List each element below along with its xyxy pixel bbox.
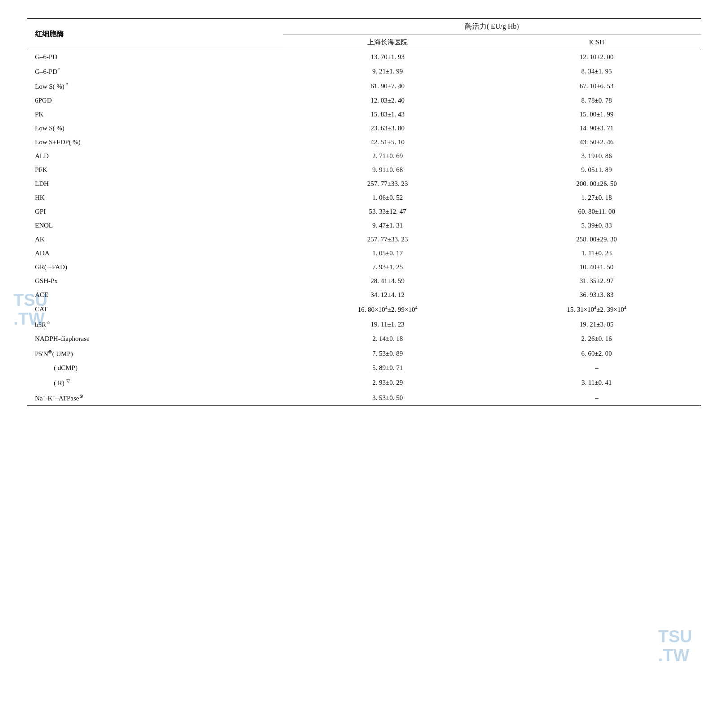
table-row-enzyme: AK: [27, 232, 283, 246]
table-row-enzyme: 6PGD: [27, 94, 283, 108]
table-row-val1: 13. 70±1. 93: [283, 50, 492, 65]
table-row-val1: 257. 77±33. 23: [283, 232, 492, 246]
table-row-enzyme: NADPH-diaphorase: [27, 332, 283, 346]
table-row-val2: 3. 19±0. 86: [492, 149, 701, 163]
table-row-val2: –: [492, 361, 701, 375]
table-row-val1: 7. 53±0. 89: [283, 346, 492, 361]
table-row-enzyme: P5'N⊗( UMP): [27, 346, 283, 361]
table-row-enzyme: ACE: [27, 288, 283, 302]
table-row-val1: 16. 80×104±2. 99×104: [283, 302, 492, 317]
table-row-val1: 2. 93±0. 29: [283, 375, 492, 390]
table-row-val1: 5. 89±0. 71: [283, 361, 492, 375]
table-row-val2: 2. 26±0. 16: [492, 332, 701, 346]
table-row-val1: 3. 53±0. 50: [283, 390, 492, 406]
table-row-val2: 8. 34±1. 95: [492, 64, 701, 79]
table-row-val2: –: [492, 390, 701, 406]
table-row-val1: 2. 71±0. 69: [283, 149, 492, 163]
table-row-val1: 9. 91±0. 68: [283, 163, 492, 177]
table-row-val2: 31. 35±2. 97: [492, 274, 701, 288]
header-group: 酶活力( EU/g Hb): [283, 18, 701, 35]
table-row-val1: 28. 41±4. 59: [283, 274, 492, 288]
table-row-val2: 3. 11±0. 41: [492, 375, 701, 390]
table-row-val1: 12. 03±2. 40: [283, 94, 492, 108]
table-row-enzyme: ( dCMP): [27, 361, 283, 375]
col2-header: ICSH: [492, 35, 701, 50]
table-row-enzyme: PFK: [27, 163, 283, 177]
table-row-enzyme: Low S+FDP( %): [27, 135, 283, 149]
table-row-val2: 36. 93±3. 83: [492, 288, 701, 302]
table-row-val2: 1. 27±0. 18: [492, 191, 701, 205]
main-table: 红细胞酶 酶活力( EU/g Hb) 上海长海医院 ICSH G–6-PD13.…: [27, 18, 701, 406]
table-row-enzyme: Na+-K+–ATPase⊗: [27, 390, 283, 406]
table-row-val1: 9. 21±1. 99: [283, 64, 492, 79]
table-row-val1: 53. 33±12. 47: [283, 205, 492, 219]
table-row-enzyme: Low S( %): [27, 121, 283, 135]
table-row-val2: 60. 80±11. 00: [492, 205, 701, 219]
table-row-val2: 8. 78±0. 78: [492, 94, 701, 108]
table-row-enzyme: G–6-PD#: [27, 64, 283, 79]
table-row-enzyme: HK: [27, 191, 283, 205]
table-row-enzyme: GPI: [27, 205, 283, 219]
table-row-val1: 7. 93±1. 25: [283, 260, 492, 274]
table-row-val1: 61. 90±7. 40: [283, 79, 492, 94]
table-row-val2: 14. 90±3. 71: [492, 121, 701, 135]
table-row-val1: 15. 83±1. 43: [283, 108, 492, 121]
table-row-val2: 43. 50±2. 46: [492, 135, 701, 149]
table-row-val1: 19. 11±1. 23: [283, 317, 492, 332]
col1-header: 上海长海医院: [283, 35, 492, 50]
table-row-val2: 200. 00±26. 50: [492, 177, 701, 191]
table-row-val2: 6. 60±2. 00: [492, 346, 701, 361]
table-row-val1: 9. 47±1. 31: [283, 219, 492, 232]
table-row-enzyme: GSH-Px: [27, 274, 283, 288]
table-row-val1: 42. 51±5. 10: [283, 135, 492, 149]
table-row-enzyme: PK: [27, 108, 283, 121]
watermark-2: TSU.TW: [658, 628, 692, 665]
table-row-val1: 1. 05±0. 17: [283, 246, 492, 260]
table-row-val2: 15. 00±1. 99: [492, 108, 701, 121]
table-row-enzyme: CAT: [27, 302, 283, 317]
table-row-val2: 67. 10±6. 53: [492, 79, 701, 94]
table-row-val2: 1. 11±0. 23: [492, 246, 701, 260]
table-row-val1: 1. 06±0. 52: [283, 191, 492, 205]
table-row-val2: 12. 10±2. 00: [492, 50, 701, 65]
table-row-enzyme: LDH: [27, 177, 283, 191]
table-row-val2: 258. 00±29. 30: [492, 232, 701, 246]
table-row-enzyme: GR( +FAD): [27, 260, 283, 274]
table-row-val2: 10. 40±1. 50: [492, 260, 701, 274]
col-enzyme-header: 红细胞酶: [27, 18, 283, 50]
table-row-enzyme: ENOL: [27, 219, 283, 232]
table-row-enzyme: Low S( %) *: [27, 79, 283, 94]
table-row-val2: 15. 31×104±2. 39×104: [492, 302, 701, 317]
table-row-val1: 23. 63±3. 80: [283, 121, 492, 135]
table-row-val1: 34. 12±4. 12: [283, 288, 492, 302]
table-row-val1: 2. 14±0. 18: [283, 332, 492, 346]
table-row-enzyme: ADA: [27, 246, 283, 260]
table-row-enzyme: ( R) ▽: [27, 375, 283, 390]
table-row-enzyme: b5R☆: [27, 317, 283, 332]
table-row-val2: 5. 39±0. 83: [492, 219, 701, 232]
table-wrapper: 红细胞酶 酶活力( EU/g Hb) 上海长海医院 ICSH G–6-PD13.…: [27, 18, 701, 406]
table-row-val2: 19. 21±3. 85: [492, 317, 701, 332]
table-row-enzyme: G–6-PD: [27, 50, 283, 65]
table-row-val2: 9. 05±1. 89: [492, 163, 701, 177]
table-row-enzyme: ALD: [27, 149, 283, 163]
table-row-val1: 257. 77±33. 23: [283, 177, 492, 191]
